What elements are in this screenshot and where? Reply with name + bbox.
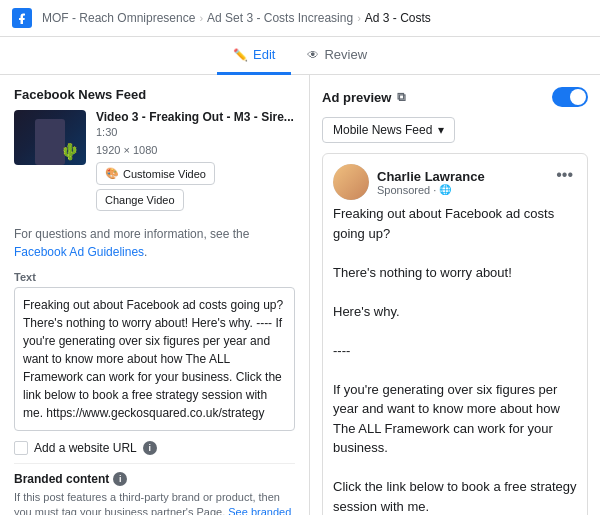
- review-icon: 👁: [307, 48, 319, 62]
- video-thumb-bg: 🌵: [14, 110, 86, 165]
- video-thumbnail: 🌵: [14, 110, 86, 165]
- video-section: 🌵 Video 3 - Freaking Out - M3 - Sire... …: [14, 110, 295, 215]
- section-title: Facebook News Feed: [14, 87, 295, 102]
- customise-video-button[interactable]: 🎨 Customise Video: [96, 162, 215, 185]
- external-link-icon[interactable]: ⧉: [397, 90, 406, 104]
- preview-label-row: Ad preview ⧉: [322, 90, 406, 105]
- video-info: Video 3 - Freaking Out - M3 - Sire... 1:…: [96, 110, 295, 215]
- tab-edit[interactable]: ✏️ Edit: [217, 37, 291, 75]
- tabs-bar: ✏️ Edit 👁 Review: [0, 37, 600, 75]
- ad-text-field[interactable]: Freaking out about Facebook ad costs goi…: [14, 287, 295, 431]
- guidelines-prefix: For questions and more information, see …: [14, 227, 249, 241]
- breadcrumb-mof[interactable]: MOF - Reach Omnipresence: [42, 11, 195, 25]
- globe-icon: 🌐: [439, 184, 451, 195]
- branded-content-section: Branded content i If this post features …: [14, 463, 295, 515]
- tab-review[interactable]: 👁 Review: [291, 37, 383, 75]
- text-field-label: Text: [14, 271, 295, 283]
- placement-label: Mobile News Feed: [333, 123, 432, 137]
- right-panel: Ad preview ⧉ Mobile News Feed ▾ Charlie …: [310, 75, 600, 515]
- video-dimensions: 1920 × 1080: [96, 144, 295, 156]
- app-logo: [12, 8, 32, 28]
- ad-preview-card: Charlie Lawrance Sponsored · 🌐 ••• Freak…: [322, 153, 588, 515]
- ad-username: Charlie Lawrance: [377, 169, 485, 184]
- sponsored-dot: ·: [433, 184, 436, 196]
- guidelines-link[interactable]: Facebook Ad Guidelines: [14, 245, 144, 259]
- customise-video-label: Customise Video: [123, 168, 206, 180]
- branded-title: Branded content i: [14, 472, 295, 486]
- breadcrumb-sep-2: ›: [357, 12, 361, 24]
- video-duration: 1:30: [96, 126, 295, 138]
- tab-review-label: Review: [324, 47, 367, 62]
- cactus-thumb-icon: 🌵: [60, 142, 80, 161]
- change-video-label: Change Video: [105, 194, 175, 206]
- ad-card-header: Charlie Lawrance Sponsored · 🌐 •••: [323, 154, 587, 204]
- header: MOF - Reach Omnipresence › Ad Set 3 - Co…: [0, 0, 600, 37]
- placement-selector[interactable]: Mobile News Feed ▾: [322, 117, 455, 143]
- breadcrumb-current: Ad 3 - Costs: [365, 11, 431, 25]
- website-url-label: Add a website URL: [34, 441, 137, 455]
- breadcrumb-adset[interactable]: Ad Set 3 - Costs Increasing: [207, 11, 353, 25]
- ad-body-text: Freaking out about Facebook ad costs goi…: [333, 204, 577, 515]
- branded-label: Branded content: [14, 472, 109, 486]
- preview-toggle[interactable]: [552, 87, 588, 107]
- main-content: Facebook News Feed 🌵 Video 3 - Freaking …: [0, 75, 600, 515]
- website-url-checkbox[interactable]: [14, 441, 28, 455]
- chevron-down-icon: ▾: [438, 123, 444, 137]
- change-video-button[interactable]: Change Video: [96, 189, 184, 211]
- ad-sponsored-row: Sponsored · 🌐: [377, 184, 485, 196]
- website-url-row: Add a website URL i: [14, 441, 295, 455]
- ad-menu-icon[interactable]: •••: [552, 164, 577, 186]
- ad-body: Freaking out about Facebook ad costs goi…: [323, 204, 587, 515]
- video-title: Video 3 - Freaking Out - M3 - Sire...: [96, 110, 295, 124]
- preview-text: Ad preview: [322, 90, 391, 105]
- website-url-info-icon[interactable]: i: [143, 441, 157, 455]
- wand-icon: 🎨: [105, 167, 119, 180]
- avatar: [333, 164, 369, 200]
- breadcrumb: MOF - Reach Omnipresence › Ad Set 3 - Co…: [42, 11, 431, 25]
- tab-edit-label: Edit: [253, 47, 275, 62]
- left-panel: Facebook News Feed 🌵 Video 3 - Freaking …: [0, 75, 310, 515]
- edit-icon: ✏️: [233, 48, 248, 62]
- breadcrumb-sep-1: ›: [199, 12, 203, 24]
- guidelines-text: For questions and more information, see …: [14, 225, 295, 261]
- branded-info-icon[interactable]: i: [113, 472, 127, 486]
- branded-description: If this post features a third-party bran…: [14, 490, 295, 515]
- ad-user-info: Charlie Lawrance Sponsored · 🌐: [333, 164, 485, 200]
- preview-header: Ad preview ⧉: [322, 87, 588, 107]
- avatar-image: [333, 164, 369, 200]
- sponsored-label: Sponsored: [377, 184, 430, 196]
